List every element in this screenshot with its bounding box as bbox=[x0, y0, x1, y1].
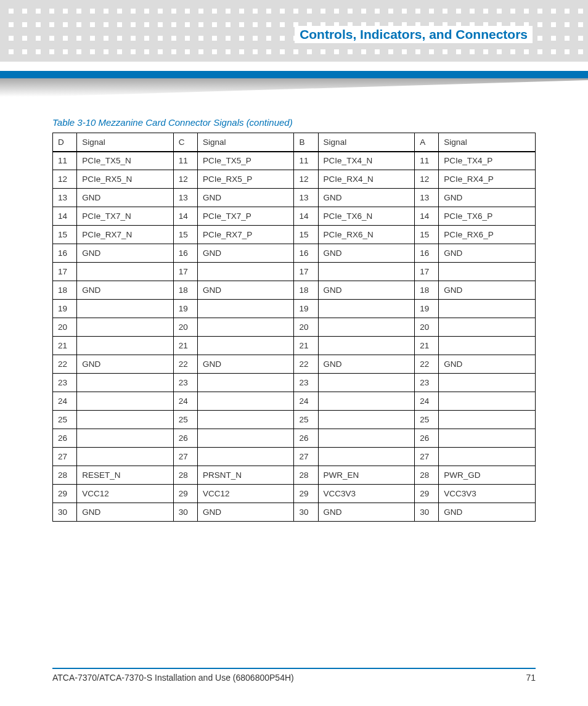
table-cell: GND bbox=[197, 244, 294, 263]
table-cell bbox=[318, 318, 415, 337]
table-cell: 13 bbox=[53, 189, 77, 207]
table-cell bbox=[439, 300, 536, 318]
table-cell: GND bbox=[197, 355, 294, 374]
table-cell bbox=[77, 300, 174, 318]
table-cell: 16 bbox=[53, 244, 77, 263]
table-cell: GND bbox=[439, 244, 536, 263]
table-cell: 30 bbox=[173, 503, 197, 522]
table-cell: PCIe_RX4_N bbox=[318, 170, 415, 189]
table-cell bbox=[77, 392, 174, 411]
table-cell: PCIe_RX7_N bbox=[77, 226, 174, 244]
table-cell: 23 bbox=[53, 374, 77, 392]
table-row: 30GND30GND30GND30GND bbox=[53, 503, 536, 522]
table-row: 28RESET_N28PRSNT_N28PWR_EN28PWR_GD bbox=[53, 466, 536, 485]
table-cell bbox=[77, 337, 174, 355]
table-cell: GND bbox=[197, 189, 294, 207]
table-cell: 21 bbox=[415, 337, 439, 355]
col-header: D bbox=[53, 133, 77, 152]
table-cell bbox=[439, 263, 536, 281]
table-cell: 23 bbox=[294, 374, 318, 392]
table-cell: PCIe_TX6_N bbox=[318, 207, 415, 226]
table-cell: GND bbox=[77, 244, 174, 263]
table-cell: 20 bbox=[173, 318, 197, 337]
table-row: 14PCIe_TX7_N14PCIe_TX7_P14PCIe_TX6_N14PC… bbox=[53, 207, 536, 226]
table-cell bbox=[318, 392, 415, 411]
table-cell: PCIe_RX6_N bbox=[318, 226, 415, 244]
header-blue-bar bbox=[0, 71, 588, 78]
table-cell: 20 bbox=[294, 318, 318, 337]
table-cell: PRSNT_N bbox=[197, 466, 294, 485]
table-cell: GND bbox=[318, 281, 415, 300]
table-cell: 11 bbox=[53, 152, 77, 170]
table-cell bbox=[77, 411, 174, 429]
table-cell: PCIe_TX4_P bbox=[439, 152, 536, 170]
table-cell: 20 bbox=[415, 318, 439, 337]
table-cell: 25 bbox=[173, 411, 197, 429]
table-cell: 19 bbox=[294, 300, 318, 318]
table-cell bbox=[197, 263, 294, 281]
table-cell: 13 bbox=[294, 189, 318, 207]
table-row: 13GND13GND13GND13GND bbox=[53, 189, 536, 207]
table-row: 22GND22GND22GND22GND bbox=[53, 355, 536, 374]
table-cell: 14 bbox=[294, 207, 318, 226]
table-cell: 11 bbox=[415, 152, 439, 170]
table-cell: 18 bbox=[294, 281, 318, 300]
table-cell: GND bbox=[439, 503, 536, 522]
table-cell: 15 bbox=[53, 226, 77, 244]
table-row: 23232323 bbox=[53, 374, 536, 392]
col-header: Signal bbox=[318, 133, 415, 152]
table-cell: GND bbox=[318, 355, 415, 374]
table-cell: 21 bbox=[53, 337, 77, 355]
table-row: 18GND18GND18GND18GND bbox=[53, 281, 536, 300]
table-cell: 14 bbox=[173, 207, 197, 226]
table-cell: 30 bbox=[53, 503, 77, 522]
table-cell: 15 bbox=[294, 226, 318, 244]
table-cell: 28 bbox=[294, 466, 318, 485]
footer-doc-title: ATCA-7370/ATCA-7370-S Installation and U… bbox=[52, 673, 294, 683]
table-cell: 18 bbox=[53, 281, 77, 300]
table-row: 29VCC1229VCC1229VCC3V329VCC3V3 bbox=[53, 485, 536, 503]
table-cell: GND bbox=[77, 189, 174, 207]
table-cell: PCIe_RX4_P bbox=[439, 170, 536, 189]
table-cell: PCIe_TX6_P bbox=[439, 207, 536, 226]
table-cell bbox=[439, 318, 536, 337]
table-cell: 18 bbox=[415, 281, 439, 300]
table-cell: 27 bbox=[173, 448, 197, 466]
table-cell: 26 bbox=[173, 429, 197, 448]
table-cell: 25 bbox=[294, 411, 318, 429]
table-cell: GND bbox=[439, 355, 536, 374]
table-cell: 24 bbox=[53, 392, 77, 411]
table-cell: GND bbox=[77, 503, 174, 522]
table-cell: 12 bbox=[294, 170, 318, 189]
table-cell: 22 bbox=[53, 355, 77, 374]
table-cell: 16 bbox=[173, 244, 197, 263]
table-cell bbox=[439, 337, 536, 355]
table-cell: PCIe_RX7_P bbox=[197, 226, 294, 244]
table-row: 15PCIe_RX7_N15PCIe_RX7_P15PCIe_RX6_N15PC… bbox=[53, 226, 536, 244]
table-cell: GND bbox=[439, 189, 536, 207]
table-cell: PCIe_TX5_P bbox=[197, 152, 294, 170]
table-cell: 28 bbox=[173, 466, 197, 485]
table-cell: GND bbox=[439, 281, 536, 300]
table-cell: 14 bbox=[415, 207, 439, 226]
table-caption: Table 3-10 Mezzanine Card Connector Sign… bbox=[52, 117, 536, 128]
table-cell: GND bbox=[318, 189, 415, 207]
table-cell bbox=[197, 448, 294, 466]
table-cell: 17 bbox=[294, 263, 318, 281]
table-cell bbox=[77, 263, 174, 281]
table-cell: 26 bbox=[415, 429, 439, 448]
col-header: C bbox=[173, 133, 197, 152]
table-cell: 27 bbox=[415, 448, 439, 466]
table-cell: 11 bbox=[294, 152, 318, 170]
table-cell: 24 bbox=[173, 392, 197, 411]
table-cell bbox=[439, 448, 536, 466]
table-row: 21212121 bbox=[53, 337, 536, 355]
table-cell: PCIe_TX7_P bbox=[197, 207, 294, 226]
table-cell: RESET_N bbox=[77, 466, 174, 485]
table-cell: 28 bbox=[53, 466, 77, 485]
table-cell bbox=[197, 392, 294, 411]
table-cell bbox=[318, 411, 415, 429]
table-cell: PCIe_RX5_N bbox=[77, 170, 174, 189]
table-cell: 26 bbox=[53, 429, 77, 448]
table-cell: 15 bbox=[173, 226, 197, 244]
